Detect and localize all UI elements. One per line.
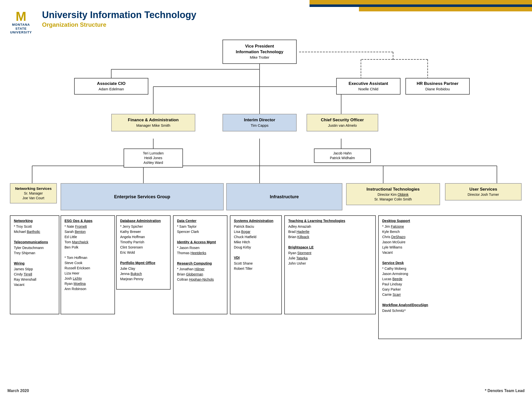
dba-box: Database Administration * Jerry Spicher … <box>116 215 171 290</box>
tlt-1: Adley Amaziah <box>288 224 372 229</box>
desktop-section: Desktop Support <box>382 218 518 224</box>
rc-1: * Jonathan Hilmer <box>177 267 223 272</box>
instructional-title: Instructional Technologies <box>350 187 437 192</box>
wiring-section: Wiring <box>14 261 55 266</box>
esg-ops-section: ESG Ops & Apps <box>65 218 111 224</box>
cso-name: Justin van Almelo <box>310 123 375 128</box>
finance-staff-3: Ashley Ward <box>126 160 180 165</box>
assoc-cio-box: Associate CIO Adam Edelman <box>74 78 148 95</box>
esg-5: Ben Polk <box>65 245 111 250</box>
wa-1: David Schmitz* <box>382 308 518 313</box>
infrastructure-title: Infrastructure <box>270 194 299 200</box>
networking-detail-box: Networking * Troy Scott Michael Bartholi… <box>10 215 59 314</box>
finance-staff-2: Heidi Jones <box>126 156 180 160</box>
tlt-2: Brad Haderlie <box>288 229 372 234</box>
pmo-1: Julie Clay <box>120 266 167 271</box>
interim-name: Tim Capps <box>226 123 293 128</box>
desktop-box: Desktop Support * Jim Falcione Kyle Benc… <box>378 215 522 339</box>
ds-5: Lyle Williams <box>382 245 518 250</box>
finance-name: Manager Mike Smith <box>115 123 192 128</box>
top-accent-navy <box>310 4 532 7</box>
wir-3: Ray Wrenshall <box>14 277 55 282</box>
iam-2: Thomas Heetderks <box>177 250 223 256</box>
sa-3: Chuck Hatfield <box>234 234 278 240</box>
header-text-area: University Information Technology Organi… <box>42 10 196 28</box>
esg-2: Sarah Benton <box>65 229 111 234</box>
iam-section: Identity & Access Mgmt <box>177 240 223 245</box>
esg-4: Tom Marchwick <box>65 240 111 245</box>
sa-2: Lisa Bogar <box>234 229 278 234</box>
sysadmin-box: Systems Administration Patrick Baciu Lis… <box>230 215 282 314</box>
iam-1: * Jason Rosen <box>177 245 223 250</box>
esg-9: Liza Heer <box>65 271 111 276</box>
footer-note: * Denotes Team Lead <box>485 389 525 393</box>
logo-montana: MONTANA <box>12 23 30 27</box>
user-services-box: User Services Director Josh Turner <box>445 183 522 200</box>
dba-1: * Jerry Spicher <box>120 224 167 229</box>
esg-10: Josh Lichty <box>65 276 111 281</box>
bs-2: Julie Tatarka <box>288 256 372 261</box>
tel-2: Trey Shipman <box>14 250 55 256</box>
networking-box: Networking Services Sr. Manager Joe Van … <box>10 183 57 203</box>
networking-section: Networking <box>14 218 55 224</box>
sa-1: Patrick Baciu <box>234 224 278 229</box>
networking-subtitle: Sr. Manager <box>13 191 54 196</box>
instructional-box: Instructional Technologies Director Kim … <box>346 183 440 205</box>
logo-university: UNIVERSITY <box>10 30 32 34</box>
datacenter-section: Data Center <box>177 218 223 224</box>
org-chart: Vice President Information Technology Mi… <box>7 37 530 383</box>
sd-6: Carrie Scarr <box>382 292 518 297</box>
finance-title: Finance & Administration <box>115 117 192 123</box>
vdi-2: Robert Tiller <box>234 266 278 271</box>
wir-4: Vacant <box>14 282 55 287</box>
page-subtitle: Organization Structure <box>42 21 196 28</box>
ds-6: Vacant <box>382 250 518 255</box>
telecom-section: Telecommunications <box>14 240 55 245</box>
sa-4: Mike Hitch <box>234 240 278 245</box>
dba-5: Clint Sorensen <box>120 245 167 250</box>
vdi-section: VDI <box>234 255 278 260</box>
page-footer: March 2020 * Denotes Team Lead <box>7 389 525 393</box>
cso-staff-1: Jacob Hahn <box>316 151 368 156</box>
workflow-section: Workflow Analyst/DocuSign <box>382 302 518 308</box>
servicedesk-section: Service Desk <box>382 260 518 266</box>
exec-asst-title: Executive Assistant <box>339 81 398 87</box>
sd-3: Lucas Beede <box>382 276 518 282</box>
portfolio-section: Portfolio Mgmt Office <box>120 260 167 266</box>
finance-staff-box: Teri Lumsden Heidi Jones Ashley Ward <box>124 149 183 168</box>
interim-box: Interim Director Tim Capps <box>222 114 297 131</box>
logo-m-letter: M <box>16 10 26 23</box>
sa-5: Doug Kirby <box>234 245 278 250</box>
dc-1: * Sam Taylor <box>177 224 223 229</box>
rc-2: Brian Globerman <box>177 272 223 277</box>
esg-box: Enterprise Services Group <box>61 183 224 210</box>
datacenter-box: Data Center * Sam Taylor Spencer Clark I… <box>173 215 227 314</box>
finance-staff-1: Teri Lumsden <box>126 151 180 156</box>
cso-staff-2: Patrick Widhalm <box>316 156 368 160</box>
ds-1: * Jim Falcione <box>382 224 518 229</box>
sd-2: Jason Armstrong <box>382 271 518 276</box>
wir-1: James Stipp <box>14 267 55 272</box>
networking-name: Joe Van Court <box>13 196 54 200</box>
vp-box: Vice President Information Technology Mi… <box>222 40 297 64</box>
vp-title1: Vice President <box>226 44 293 49</box>
vp-name: Mike Trotter <box>226 55 293 60</box>
sd-5: Gary Parker <box>382 287 518 292</box>
cso-title: Chief Security Officer <box>310 117 375 123</box>
bs-3: John Usher <box>288 261 372 266</box>
user-services-title: User Services <box>448 187 518 192</box>
esg-ops-box: ESG Ops & Apps * Nate Fromelt Sarah Bent… <box>61 215 115 314</box>
interim-title: Interim Director <box>226 117 293 123</box>
pmo-2: Jenna Buksch <box>120 271 167 276</box>
cso-box: Chief Security Officer Justin van Almelo <box>307 114 378 131</box>
footer-date: March 2020 <box>7 389 29 393</box>
top-accent-gold2 <box>359 7 532 11</box>
pmo-3: Marjean Penny <box>120 276 167 282</box>
tel-1: Tyler Deutschmann <box>14 245 55 250</box>
bs-1: Ryan Storment <box>288 250 372 256</box>
tlt-3: Brian Killpack <box>288 234 372 240</box>
hr-partner-box: HR Business Partner Diane Robidou <box>405 78 470 95</box>
page-header: M MONTANA STATE UNIVERSITY University In… <box>7 10 196 34</box>
esg-title: Enterprise Services Group <box>114 194 170 200</box>
brightspace-section: Brightspace LE <box>288 245 372 250</box>
